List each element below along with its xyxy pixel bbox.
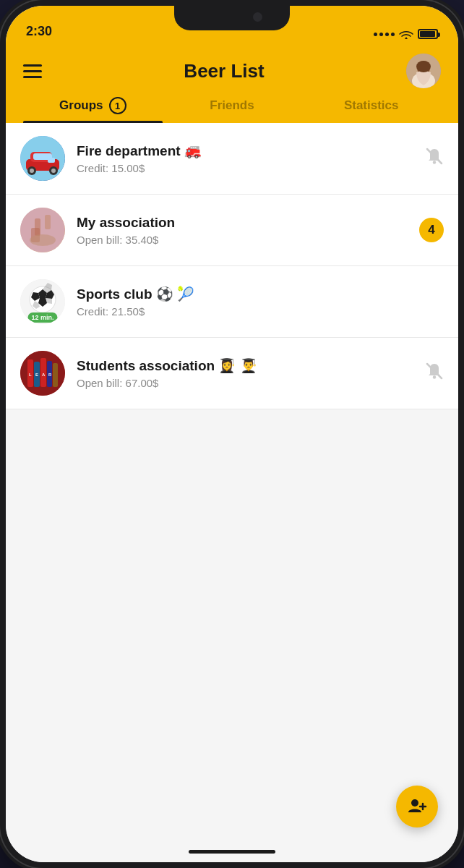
wifi-icon <box>399 29 413 39</box>
list-item[interactable]: L E A R Students association 👩‍🎓 👨‍🎓 Ope… <box>6 338 458 409</box>
group-name: My association <box>77 215 408 231</box>
screen: 2:30 Beer List <box>6 6 458 862</box>
svg-point-8 <box>30 169 34 173</box>
tab-statistics[interactable]: Statistics <box>301 97 441 123</box>
svg-rect-34 <box>53 363 58 387</box>
group-info: Students association 👩‍🎓 👨‍🎓 Open bill: … <box>77 357 413 389</box>
tab-groups-label: Groups <box>59 98 103 113</box>
group-info: Fire department 🚒 Credit: 15.00$ <box>77 142 413 174</box>
group-action: 4 <box>419 218 444 242</box>
tab-friends-label: Friends <box>210 98 254 113</box>
group-avatar: 12 min. <box>20 279 65 324</box>
list-item[interactable]: My association Open bill: 35.40$ 4 <box>6 195 458 266</box>
add-group-fab[interactable] <box>396 786 438 827</box>
tab-friends[interactable]: Friends <box>163 97 302 123</box>
group-name: Students association 👩‍🎓 👨‍🎓 <box>77 357 413 374</box>
svg-text:E: E <box>35 373 38 377</box>
status-time: 2:30 <box>26 24 52 39</box>
svg-text:A: A <box>42 373 46 377</box>
tab-groups-badge: 1 <box>109 97 126 114</box>
list-item[interactable]: Fire department 🚒 Credit: 15.00$ <box>6 123 458 195</box>
status-icons <box>374 29 438 39</box>
group-name: Fire department 🚒 <box>77 142 413 159</box>
group-info: My association Open bill: 35.40$ <box>77 215 408 246</box>
list-item[interactable]: 12 min. Sports club ⚽ 🎾 Credit: 21.50$ <box>6 266 458 338</box>
group-info: Sports club ⚽ 🎾 Credit: 21.50$ <box>77 286 432 318</box>
group-sub: Credit: 15.00$ <box>77 162 413 174</box>
group-sub: Open bill: 67.00$ <box>77 377 413 389</box>
svg-point-13 <box>433 161 436 163</box>
svg-rect-12 <box>48 158 55 163</box>
svg-point-39 <box>433 375 436 378</box>
tabs: Groups 1 Friends Statistics <box>6 88 458 123</box>
svg-text:R: R <box>48 373 52 377</box>
svg-text:L: L <box>29 373 32 377</box>
signal-icon <box>374 33 395 36</box>
svg-point-10 <box>51 169 56 173</box>
group-name: Sports club ⚽ 🎾 <box>77 286 432 302</box>
home-indicator <box>189 850 275 854</box>
notch <box>174 6 290 30</box>
bell-off-icon <box>425 151 444 169</box>
tab-groups[interactable]: Groups 1 <box>23 97 163 123</box>
app-title: Beer List <box>184 60 264 82</box>
svg-point-3 <box>416 61 431 72</box>
group-sub: Open bill: 35.40$ <box>77 234 408 246</box>
group-avatar <box>20 208 65 252</box>
group-action <box>425 362 444 385</box>
group-avatar: L E A R <box>20 351 65 396</box>
notification-badge: 4 <box>419 218 444 242</box>
svg-point-41 <box>411 799 418 807</box>
user-avatar[interactable] <box>406 54 441 88</box>
group-sub: Credit: 21.50$ <box>77 305 432 318</box>
main-content: Beer List Groups 1 <box>6 45 458 862</box>
tab-statistics-label: Statistics <box>344 98 399 113</box>
groups-list: Fire department 🚒 Credit: 15.00$ <box>6 123 458 862</box>
phone-frame: 2:30 Beer List <box>0 0 464 868</box>
battery-icon <box>418 29 438 39</box>
camera <box>253 12 262 22</box>
svg-point-19 <box>30 234 56 246</box>
group-avatar <box>20 136 65 181</box>
time-badge: 12 min. <box>27 312 57 323</box>
group-action <box>425 147 444 170</box>
bell-off-icon <box>425 366 444 384</box>
hamburger-menu[interactable] <box>23 64 42 78</box>
svg-rect-17 <box>45 215 51 229</box>
app-header: Beer List <box>6 45 458 88</box>
